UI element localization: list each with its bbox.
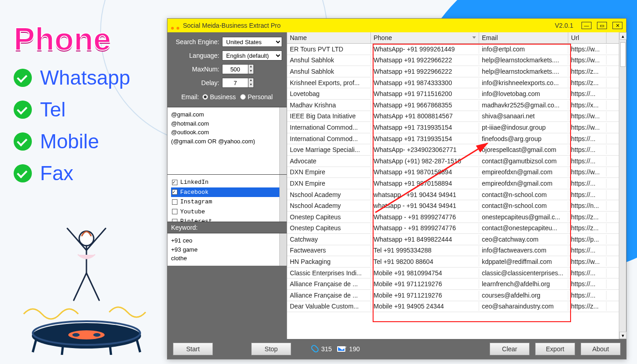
- promo-item-label: Fax: [40, 162, 73, 185]
- table-row[interactable]: Nschool Academywhatsapp - +91 90434 9494…: [287, 189, 626, 201]
- cell-phone: WhatsApp- +2349023062771: [371, 145, 479, 154]
- col-header-url[interactable]: Url: [568, 32, 607, 43]
- email-domains-panel[interactable]: @gmail.com @hotmail.com @outlook.com (@g…: [167, 107, 287, 174]
- table-row[interactable]: Onestep CapiteusWhatsapp - +91 899927477…: [287, 223, 626, 234]
- col-header-name[interactable]: Name: [287, 32, 371, 43]
- maxnum-input[interactable]: [222, 64, 248, 74]
- cell-url: https://...: [568, 134, 607, 143]
- cell-url: https://z...: [568, 78, 607, 87]
- col-header-phone[interactable]: Phone: [371, 32, 479, 43]
- platform-row[interactable]: LinkedIn: [171, 177, 283, 187]
- table-row[interactable]: AdvocateWhatsApp (+91) 982-287-1516conta…: [287, 156, 626, 167]
- cell-name: DXN Empire: [287, 167, 371, 177]
- maxnum-down-icon[interactable]: ▼: [248, 69, 253, 74]
- platform-checkbox[interactable]: [172, 189, 177, 195]
- maxnum-stepper[interactable]: ▲▼: [222, 64, 254, 74]
- platform-row[interactable]: Youtube: [171, 207, 283, 217]
- table-row[interactable]: Nschool Academywhatsapp - +91 90434 9494…: [287, 200, 626, 212]
- cell-url: https://...: [568, 179, 607, 188]
- cell-email: info@ertpl.com: [479, 45, 568, 54]
- delay-up-icon[interactable]: ▲: [248, 78, 253, 83]
- platform-row[interactable]: Pinterest: [171, 217, 283, 222]
- cell-phone: Whatsapp +91 8499822444: [371, 235, 479, 244]
- table-row[interactable]: Anshul SabhlokWhatsapp +91 9922966222hel…: [287, 55, 626, 66]
- stop-button[interactable]: Stop: [251, 343, 291, 355]
- table-row[interactable]: HN PackagingTel +91 98200 88604kdppatel@…: [287, 256, 626, 268]
- cell-name: Alliance Française de ...: [287, 279, 371, 288]
- delay-down-icon[interactable]: ▼: [248, 83, 253, 87]
- table-row[interactable]: International Commod...Whatsapp +91 7319…: [287, 122, 626, 133]
- table-row[interactable]: Anshul SabhlokWhatsapp +91 9922966222hel…: [287, 66, 626, 77]
- table-row[interactable]: Onestep CapiteusWhatsapp - +91 899927477…: [287, 212, 626, 223]
- platform-checkbox[interactable]: [172, 209, 177, 214]
- links-metric: 315: [310, 345, 332, 353]
- cell-phone: WhatsApp (+91) 982-287-1516: [371, 157, 479, 166]
- table-row[interactable]: Love Marriage Speciali...WhatsApp- +2349…: [287, 144, 626, 156]
- keywords-scrollbar[interactable]: [279, 233, 287, 266]
- maximize-button[interactable]: ▭: [597, 22, 607, 29]
- col-header-email[interactable]: Email: [479, 32, 568, 43]
- table-row[interactable]: CatchwayWhatsapp +91 8499822444ceo@catch…: [287, 234, 626, 245]
- email-domains-scrollbar[interactable]: [279, 107, 287, 174]
- maxnum-up-icon[interactable]: ▲: [248, 65, 253, 69]
- table-row[interactable]: DXN EmpireWhatsapp +91 9870158894empireo…: [287, 167, 626, 178]
- platform-label: Instagram: [180, 197, 212, 207]
- check-icon: [14, 101, 32, 119]
- delay-stepper[interactable]: ▲▼: [222, 78, 254, 88]
- about-button[interactable]: About: [581, 343, 621, 355]
- platforms-scrollbar[interactable]: [279, 175, 287, 222]
- link-icon: [309, 344, 319, 354]
- cell-url: https://z...: [568, 223, 607, 233]
- table-row[interactable]: FactweaversTel +91 9995334288info@factwe…: [287, 245, 626, 257]
- cell-email: empireofdxn@gmail.com: [479, 167, 568, 177]
- table-scrollbar[interactable]: ▲ ▼: [619, 32, 626, 339]
- table-row[interactable]: Dear Valuable Custom...Mobile +91 94905 …: [287, 301, 626, 313]
- table-row[interactable]: LovetobagWhatsapp +91 9711516200info@lov…: [287, 88, 626, 100]
- table-row[interactable]: IEEE Big Data InitiativeWhatsApp +91 800…: [287, 111, 626, 122]
- language-select[interactable]: English (default): [222, 51, 282, 61]
- scroll-down-icon[interactable]: ▼: [619, 332, 627, 339]
- scroll-up-icon[interactable]: ▲: [619, 32, 627, 40]
- cell-name: Onestep Capiteus: [287, 212, 371, 222]
- cell-name: Alliance Française de ...: [287, 291, 371, 300]
- minimize-button[interactable]: —: [581, 22, 592, 29]
- cell-phone: Mobile +91 9711219276: [371, 291, 479, 300]
- platform-row[interactable]: Instagram: [171, 197, 283, 207]
- start-button[interactable]: Start: [173, 343, 213, 355]
- table-row[interactable]: Madhav KrishnaWhatsapp +91 9667868355mad…: [287, 100, 626, 111]
- email-business-radio[interactable]: [202, 94, 208, 100]
- email-personal-radio[interactable]: [240, 94, 246, 100]
- table-row[interactable]: Krishneel Exports, prof...Whatsapp +91 9…: [287, 77, 626, 89]
- emails-metric: 190: [337, 345, 359, 353]
- cell-email: contact@onestepcapiteu...: [479, 223, 568, 233]
- keywords-panel[interactable]: +91 ceo +93 game clothe: [167, 233, 287, 266]
- export-button[interactable]: Export: [535, 343, 575, 355]
- table-row[interactable]: Alliance Française de ...Mobile +91 9711…: [287, 278, 626, 290]
- platform-checkbox[interactable]: [172, 180, 177, 185]
- search-engine-select[interactable]: United States: [222, 37, 282, 47]
- table-row[interactable]: International Commod...Whatsapp +91 7319…: [287, 133, 626, 145]
- cell-url: https://z...: [568, 302, 607, 311]
- maxnum-label: MaxNum:: [172, 66, 219, 73]
- cell-email: ceo@catchway.com: [479, 235, 568, 244]
- check-icon: [14, 69, 32, 87]
- table-row[interactable]: DXN EmpireWhatsapp +91 9870158894empireo…: [287, 178, 626, 189]
- platform-checkbox[interactable]: [172, 199, 177, 205]
- table-row[interactable]: ER Tours PVT LTDWhatsApp- +91 9999261449…: [287, 44, 626, 55]
- cell-name: DXN Empire: [287, 179, 371, 188]
- platform-row[interactable]: Facebook: [171, 187, 283, 197]
- close-button[interactable]: ✕: [612, 22, 622, 29]
- delay-label: Delay:: [172, 79, 219, 86]
- promo-item: Whatsapp: [14, 66, 162, 89]
- clear-button[interactable]: Clear: [490, 343, 530, 355]
- trampoline-illustration: [23, 218, 150, 355]
- table-body: ER Tours PVT LTDWhatsApp- +91 9999261449…: [287, 44, 626, 339]
- cell-email: classic@classicenterprises...: [479, 268, 568, 278]
- platform-checkbox[interactable]: [172, 219, 177, 222]
- cell-name: HN Packaging: [287, 257, 371, 266]
- table-row[interactable]: Alliance Française de ...Mobile +91 9711…: [287, 290, 626, 301]
- cell-phone: whatsapp - +91 90434 94941: [371, 201, 479, 210]
- table-row[interactable]: Classic Enterprises Indi...Mobile +91 98…: [287, 268, 626, 279]
- scroll-thumb[interactable]: [620, 42, 626, 67]
- delay-input[interactable]: [222, 78, 248, 88]
